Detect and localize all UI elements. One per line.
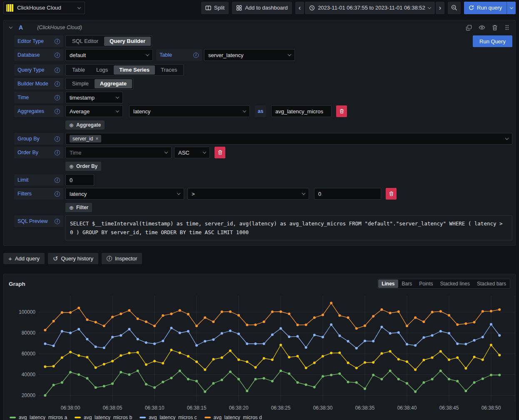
svg-text:06:38:15: 06:38:15: [187, 405, 207, 411]
explore-actions: + Add query ↺ Query history i Inspector: [3, 253, 516, 264]
remove-filter-button[interactable]: [386, 188, 397, 200]
collapse-query-icon[interactable]: [9, 25, 12, 28]
time-range-text: 2023-11-01 06:37:55 to 2023-11-01 06:38:…: [318, 5, 425, 11]
order-by-field-select[interactable]: Time: [65, 147, 172, 158]
delete-query-button[interactable]: [492, 25, 498, 31]
filter-value[interactable]: [318, 191, 377, 197]
query-history-button[interactable]: ↺ Query history: [48, 253, 98, 264]
filter-operator-select[interactable]: >: [187, 188, 309, 200]
chevron-down-icon: [116, 109, 119, 112]
add-to-dashboard-button[interactable]: Add to dashboard: [232, 2, 292, 14]
aggregate-alias-input[interactable]: [271, 105, 332, 117]
group-by-label: Group By i: [14, 133, 63, 145]
query-builder-form: Run Query Editor Type i SQL Editor Query…: [4, 35, 515, 245]
legend-item-c[interactable]: avg_latency_micros c: [140, 415, 197, 420]
option-table[interactable]: Table: [67, 65, 90, 75]
info-icon[interactable]: i: [55, 52, 60, 58]
option-logs[interactable]: Logs: [91, 65, 113, 75]
remove-order-by-button[interactable]: [215, 147, 225, 158]
option-stacked-lines[interactable]: Stacked lines: [437, 280, 473, 288]
remove-tag-icon[interactable]: ×: [95, 136, 98, 142]
option-points[interactable]: Points: [416, 280, 436, 288]
option-aggregate[interactable]: Aggregate: [95, 79, 132, 88]
filter-field-select[interactable]: latency: [65, 188, 184, 200]
time-forward-button[interactable]: ›: [436, 2, 444, 14]
info-icon[interactable]: i: [55, 191, 60, 197]
info-icon[interactable]: i: [55, 136, 60, 142]
as-label: as: [255, 105, 266, 117]
option-traces[interactable]: Traces: [155, 65, 182, 75]
query-type-switch: Table Logs Time Series Traces: [65, 64, 184, 76]
plus-icon: +: [8, 255, 12, 262]
option-sql-editor[interactable]: SQL Editor: [67, 37, 104, 46]
legend-item-d[interactable]: avg_latency_micros d: [205, 415, 262, 420]
add-aggregate-button[interactable]: ⊕ Aggregate: [65, 120, 105, 130]
toggle-query-visibility-button[interactable]: [479, 25, 485, 30]
plus-circle-icon: ⊕: [69, 122, 74, 128]
datasource-picker[interactable]: ClickHouse Cloud: [3, 2, 85, 14]
table-label: Table i: [156, 49, 202, 61]
option-bars[interactable]: Bars: [399, 280, 416, 288]
table-select[interactable]: server_latency: [204, 49, 295, 61]
history-icon: ↺: [53, 255, 58, 262]
info-icon[interactable]: i: [55, 109, 60, 114]
info-icon[interactable]: i: [55, 178, 60, 183]
graph-style-switch: Lines Bars Points Stacked lines Stacked …: [377, 279, 510, 289]
editor-run-query-button[interactable]: Run Query: [473, 35, 512, 47]
chart-legend: avg_latency_micros a avg_latency_micros …: [10, 413, 512, 420]
builder-mode-switch: Simple Aggregate: [65, 78, 133, 90]
option-lines[interactable]: Lines: [378, 280, 398, 288]
add-order-by-button[interactable]: ⊕ Order By: [65, 162, 101, 171]
order-by-direction-select[interactable]: ASC: [174, 147, 210, 158]
info-icon[interactable]: i: [55, 219, 60, 224]
split-button[interactable]: Split: [201, 2, 229, 14]
legend-item-b[interactable]: avg_latency_micros b: [75, 415, 132, 420]
sql-preview-row: SQL Preview i SELECT $__timeInterval(tim…: [14, 215, 512, 240]
explore-toolbar: ClickHouse Cloud Split Add to dashboard …: [0, 0, 519, 15]
time-back-button[interactable]: ‹: [295, 2, 304, 14]
option-time-series[interactable]: Time Series: [114, 65, 155, 75]
inspector-button[interactable]: i Inspector: [102, 253, 142, 264]
database-select[interactable]: default: [65, 49, 153, 61]
limit-value[interactable]: [70, 177, 90, 183]
limit-label: Limit i: [14, 174, 63, 186]
add-filter-button[interactable]: ⊕ Filter: [65, 203, 92, 212]
option-query-builder[interactable]: Query Builder: [104, 37, 151, 46]
group-by-multiselect[interactable]: server_id ×: [65, 133, 512, 145]
chevron-left-icon: ‹: [299, 5, 301, 11]
clock-icon: [309, 5, 315, 11]
series-color-chip: [10, 417, 16, 418]
time-range-picker[interactable]: 2023-11-01 06:37:55 to 2023-11-01 06:38:…: [305, 2, 435, 14]
option-stacked-bars[interactable]: Stacked bars: [474, 280, 509, 288]
run-query-interval-dropdown[interactable]: [507, 2, 516, 14]
duplicate-query-button[interactable]: [466, 25, 472, 31]
add-query-button[interactable]: + Add query: [3, 253, 45, 264]
filter-value-input[interactable]: [314, 188, 381, 200]
info-icon[interactable]: i: [55, 81, 60, 87]
builder-mode-row: Builder Mode i Simple Aggregate: [14, 78, 512, 90]
order-by-row: Order By i Time ASC: [14, 147, 512, 158]
filters-label: Filters i: [14, 188, 63, 200]
aggregate-function-select[interactable]: Average: [65, 105, 123, 117]
limit-input[interactable]: [65, 174, 94, 186]
graph-header: Graph Lines Bars Points Stacked lines St…: [7, 278, 512, 289]
info-icon[interactable]: i: [55, 95, 60, 100]
info-icon[interactable]: i: [55, 39, 60, 44]
run-query-button[interactable]: Run query: [464, 2, 507, 14]
aggregate-alias-value[interactable]: [275, 108, 327, 115]
info-icon[interactable]: i: [55, 150, 60, 155]
legend-item-a[interactable]: avg_latency_micros a: [10, 415, 67, 420]
aggregate-column-select[interactable]: latency: [129, 105, 250, 117]
info-icon[interactable]: i: [55, 68, 60, 73]
drag-handle[interactable]: [504, 25, 509, 30]
time-column-select[interactable]: timestamp: [65, 92, 123, 103]
time-series-chart[interactable]: 2000040000600008000010000006:38:0006:38:…: [7, 292, 519, 412]
time-row: Time i timestamp: [14, 92, 512, 103]
zoom-out-button[interactable]: [448, 2, 461, 14]
group-by-row: Group By i server_id ×: [14, 133, 512, 145]
option-simple[interactable]: Simple: [67, 79, 94, 88]
apps-icon: [236, 5, 242, 11]
time-picker-group: ‹ 2023-11-01 06:37:55 to 2023-11-01 06:3…: [295, 2, 444, 14]
remove-aggregate-button[interactable]: [336, 105, 347, 117]
info-icon[interactable]: i: [193, 52, 199, 58]
